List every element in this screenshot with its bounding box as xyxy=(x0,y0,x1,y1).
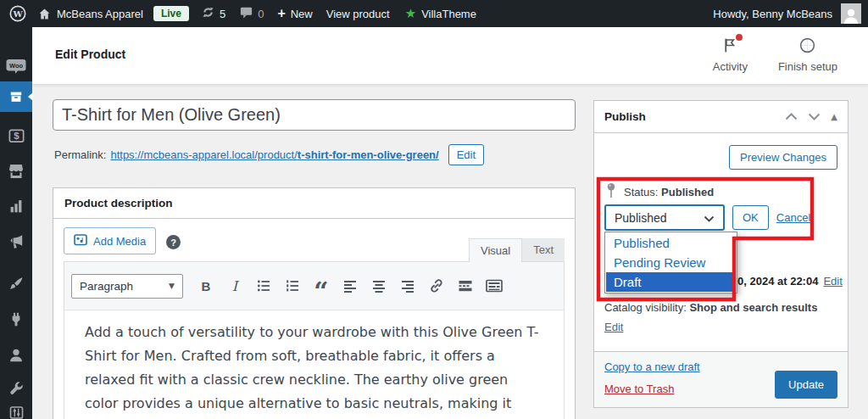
admin-sidebar: Woo $ xyxy=(0,27,32,419)
publish-panel-body: Preview Changes Status: Published Publis… xyxy=(594,133,848,351)
dropdown-arrow-icon: ▼ xyxy=(169,282,175,290)
status-select[interactable]: Published xyxy=(604,204,725,231)
tab-text[interactable]: Text xyxy=(522,238,565,261)
sidebar-item-settings[interactable] xyxy=(0,404,32,419)
status-label: Status: xyxy=(624,186,658,198)
copy-to-new-draft-link[interactable]: Copy to a new draft xyxy=(604,360,700,373)
permalink-link[interactable]: https://mcbeans-apparel.local/product/t-… xyxy=(110,148,438,161)
page-title: Edit Product xyxy=(55,47,125,61)
wordpress-logo-icon[interactable]: W xyxy=(8,4,27,23)
product-description-text[interactable]: Add a touch of versatility to your wardr… xyxy=(64,310,564,419)
align-center-button[interactable] xyxy=(366,274,392,298)
update-count: 5 xyxy=(220,8,225,20)
update-button[interactable]: Update xyxy=(775,371,837,399)
activity-label: Activity xyxy=(713,60,748,73)
editor-tabs: Visual Text xyxy=(469,238,565,261)
published-on-edit-link[interactable]: Edit xyxy=(823,275,842,288)
align-right-button[interactable] xyxy=(395,274,420,298)
move-up-icon[interactable] xyxy=(785,110,798,123)
progress-circle-icon xyxy=(798,36,816,57)
sidebar-item-users[interactable] xyxy=(0,346,32,365)
howdy-account-link[interactable]: Howdy, Benny McBeans xyxy=(713,8,832,20)
comments-item[interactable]: 0 xyxy=(239,5,264,22)
updates-item[interactable]: 5 xyxy=(201,5,225,22)
catalog-visibility-value: Shop and search results xyxy=(689,301,817,314)
status-options-dropdown: Published Pending Review Draft xyxy=(604,232,737,293)
wp-logo-letter: W xyxy=(12,9,23,19)
collapse-panel-icon[interactable]: ▲ xyxy=(831,112,837,121)
plus-icon: + xyxy=(277,7,285,20)
bulleted-list-button[interactable] xyxy=(251,274,276,298)
add-media-icon xyxy=(74,233,87,249)
option-pending-review[interactable]: Pending Review xyxy=(606,253,736,272)
chevron-down-icon xyxy=(704,211,715,225)
view-product-link[interactable]: View product xyxy=(326,8,390,20)
cancel-link[interactable]: Cancel xyxy=(776,211,810,224)
status-row: Status: Published xyxy=(606,182,714,201)
catalog-edit-link[interactable]: Edit xyxy=(604,321,623,333)
preview-changes-button[interactable]: Preview Changes xyxy=(729,145,837,170)
avatar[interactable] xyxy=(841,3,861,24)
comment-icon xyxy=(239,5,253,22)
page-header: Edit Product Activity xyxy=(32,27,868,85)
star-icon: ★ xyxy=(405,8,416,20)
catalog-visibility-row: Catalog visibility: Shop and search resu… xyxy=(604,300,837,336)
product-title-input[interactable] xyxy=(53,99,576,131)
sidebar-item-products-active[interactable] xyxy=(0,81,32,112)
tab-visual[interactable]: Visual xyxy=(469,238,522,262)
live-badge: Live xyxy=(153,6,189,21)
sidebar-item-payments[interactable]: $ xyxy=(0,126,32,146)
media-row: Add Media ? Visual Text xyxy=(64,227,565,261)
permalink-edit-button[interactable]: Edit xyxy=(448,144,484,165)
finish-setup-label: Finish setup xyxy=(778,60,837,73)
comment-count: 0 xyxy=(258,8,264,20)
bold-button[interactable]: B xyxy=(193,274,219,298)
home-icon[interactable] xyxy=(37,7,52,21)
panel-title: Product description xyxy=(53,188,575,219)
publish-title: Publish xyxy=(604,110,646,123)
editor-area: Add Media ? Visual Text Paragraph ▼ B I xyxy=(64,227,565,419)
help-icon[interactable]: ? xyxy=(166,235,181,249)
numbered-list-button[interactable] xyxy=(280,274,305,298)
finish-setup-button[interactable]: Finish setup xyxy=(778,36,837,73)
preview-row: Preview Changes xyxy=(729,145,837,170)
sidebar-item-marketing[interactable] xyxy=(0,232,32,252)
option-draft-selected[interactable]: Draft xyxy=(606,272,736,292)
option-published[interactable]: Published xyxy=(606,233,736,253)
italic-button[interactable]: I xyxy=(222,274,248,298)
sidebar-item-analytics[interactable] xyxy=(0,197,32,215)
move-to-trash-link[interactable]: Move to Trash xyxy=(604,383,674,395)
sidebar-item-tools[interactable] xyxy=(0,380,32,399)
sidebar-item-appearance[interactable] xyxy=(0,275,32,293)
status-select-value: Published xyxy=(615,211,667,225)
villatheme-item[interactable]: ★ VillaTheme xyxy=(405,8,476,20)
catalog-visibility-label: Catalog visibility: xyxy=(604,301,689,314)
paragraph-style-select[interactable]: Paragraph ▼ xyxy=(71,274,183,299)
add-media-button[interactable]: Add Media xyxy=(64,227,156,254)
product-description-panel: Product description Add Media ? Visual xyxy=(53,187,576,419)
wordpress-edit-product-page: W McBeans Apparel Live 5 xyxy=(0,0,868,419)
ok-button[interactable]: OK xyxy=(732,205,769,230)
move-down-icon[interactable] xyxy=(808,110,821,123)
new-menu-item[interactable]: + New xyxy=(277,7,312,20)
products-box-icon xyxy=(8,88,25,105)
read-more-tag-button[interactable] xyxy=(453,274,478,298)
published-on-row-partial: 0, 2024 at 22:04 Edit xyxy=(737,275,843,288)
sidebar-item-woocommerce[interactable]: Woo xyxy=(0,58,32,76)
panel-header-icons: ▲ xyxy=(785,110,837,123)
woo-bubble-text: Woo xyxy=(9,62,24,70)
publish-panel-header[interactable]: Publish ▲ xyxy=(594,101,848,133)
villatheme-label: VillaTheme xyxy=(421,8,476,20)
update-icon xyxy=(201,5,215,22)
activity-button[interactable]: Activity xyxy=(713,36,748,73)
permalink-row: Permalink: https://mcbeans-apparel.local… xyxy=(54,142,484,166)
sidebar-item-store[interactable] xyxy=(0,161,32,182)
toolbar-toggle-keyboard-button[interactable] xyxy=(481,274,507,298)
editor-toolbar: Paragraph ▼ B I xyxy=(64,262,564,310)
insert-link-button[interactable] xyxy=(424,274,449,298)
status-value: Published xyxy=(661,186,714,198)
blockquote-button[interactable]: “ xyxy=(309,280,334,304)
sidebar-item-plugins[interactable] xyxy=(0,310,32,329)
site-name-link[interactable]: McBeans Apparel xyxy=(57,8,143,20)
align-left-button[interactable] xyxy=(337,274,363,298)
